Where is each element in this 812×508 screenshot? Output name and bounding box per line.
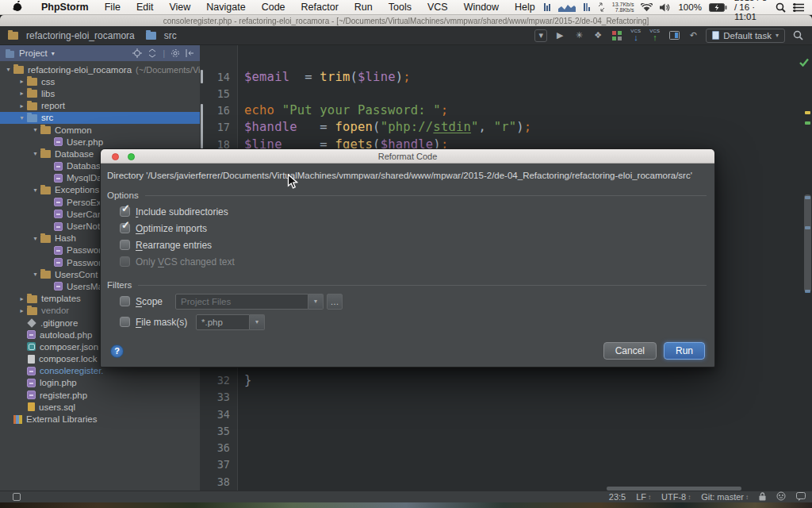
menu-code[interactable]: Code	[254, 2, 293, 13]
collapsed-arrow-icon[interactable]: ▸	[17, 102, 27, 110]
wifi-icon[interactable]	[641, 3, 653, 12]
hector-inspection-icon[interactable]	[776, 491, 786, 502]
code-line-37[interactable]: 37	[200, 456, 812, 473]
collapse-all-icon[interactable]	[147, 48, 157, 58]
cpu-history-icon[interactable]	[558, 2, 576, 12]
code-line-14[interactable]: 14$email = trim($line);	[200, 68, 812, 85]
tree-item-report[interactable]: ▸report	[0, 100, 200, 112]
menu-refactor[interactable]: Refactor	[293, 2, 347, 13]
dialog-title-bar[interactable]: Reformat Code	[101, 149, 714, 164]
tree-item-libs[interactable]: ▸libs	[0, 87, 200, 99]
volume-icon[interactable]	[660, 3, 671, 12]
checkbox-rearrange-entries[interactable]	[120, 240, 130, 250]
checkbox-include-subdirectories[interactable]	[120, 206, 130, 217]
code-line-35[interactable]: 35	[200, 422, 812, 439]
scope-combo-arrow[interactable]: ▾	[308, 294, 324, 310]
line-separator-widget[interactable]: LF↕	[636, 492, 651, 502]
search-everywhere-icon[interactable]	[791, 29, 804, 42]
readonly-lock-icon[interactable]	[759, 492, 766, 502]
encoding-widget[interactable]: UTF-8↕	[661, 492, 691, 502]
checkbox-optimize-imports[interactable]	[120, 223, 130, 233]
menu-edit[interactable]: Edit	[128, 2, 162, 13]
default-task-combo[interactable]: Default task ▾	[706, 29, 785, 43]
file-mask-combo-arrow[interactable]: ▾	[250, 314, 265, 330]
code-line-17[interactable]: 17$handle = fopen("php://stdin", "r");	[200, 119, 812, 136]
breadcrumb-refactoring-eloi-rocamora[interactable]: refactoring-eloi_rocamora	[8, 30, 135, 41]
memory-meter-icon[interactable]	[583, 2, 591, 12]
notification-center-icon[interactable]	[793, 3, 804, 12]
menubar-clock[interactable]: 2015 / 8 / 16 · 11:01	[734, 0, 768, 21]
profiler-icon[interactable]: ❖	[592, 29, 604, 42]
run-button[interactable]: ▶	[553, 29, 566, 42]
run-config-dropdown[interactable]: ▾	[534, 29, 547, 42]
show-changes-icon[interactable]	[668, 29, 680, 42]
event-log-bubble-icon[interactable]	[796, 492, 806, 502]
menu-view[interactable]: View	[161, 2, 198, 13]
code-line-34[interactable]: 34	[200, 406, 812, 422]
cancel-button[interactable]: Cancel	[603, 342, 657, 360]
spotlight-icon[interactable]	[776, 2, 786, 13]
expanded-arrow-icon[interactable]: ▾	[30, 150, 40, 157]
tree-item-common[interactable]: ▾Common	[0, 124, 200, 136]
code-line-33[interactable]: 33	[200, 389, 812, 406]
vcs-commit-icon[interactable]: VCS↑	[649, 29, 661, 42]
collapsed-arrow-icon[interactable]: ▸	[17, 295, 27, 302]
inspection-ok-icon[interactable]	[799, 55, 809, 70]
file-mask-checkbox[interactable]	[120, 317, 130, 327]
input-source-icon[interactable]	[543, 2, 551, 12]
menu-phpstorm[interactable]: PhpStorm	[33, 2, 97, 13]
tree-item-css[interactable]: ▸css	[0, 75, 200, 87]
git-branch-widget[interactable]: Git: master↕	[701, 492, 749, 502]
battery-icon[interactable]	[709, 3, 727, 12]
tree-item-external-libraries[interactable]: External Libraries	[0, 413, 200, 425]
expanded-arrow-icon[interactable]: ▾	[3, 66, 13, 73]
file-mask-combobox[interactable]: *.php	[196, 314, 250, 330]
code-line-16[interactable]: 16echo "Put your Password: ";	[200, 102, 812, 119]
collapsed-arrow-icon[interactable]: ▸	[17, 90, 27, 97]
code-line-36[interactable]: 36	[200, 440, 812, 456]
menu-navigate[interactable]: Navigate	[198, 2, 253, 13]
menu-file[interactable]: File	[97, 2, 128, 13]
toolwindow-switcher-icon[interactable]	[13, 493, 21, 501]
scope-browse-button[interactable]: …	[327, 294, 343, 310]
menu-window[interactable]: Window	[456, 2, 507, 13]
gear-icon[interactable]	[170, 48, 180, 58]
scope-checkbox[interactable]	[120, 296, 130, 306]
tree-item-users-sql[interactable]: users.sql	[0, 401, 200, 413]
vcs-update-icon[interactable]: VCS↓	[630, 29, 642, 42]
code-line-32[interactable]: 32}	[200, 372, 812, 389]
project-panel-header[interactable]: Project ▾ |	[0, 45, 200, 61]
help-button[interactable]: ?	[110, 344, 124, 358]
collapsed-arrow-icon[interactable]: ▸	[17, 307, 27, 314]
menu-help[interactable]: Help	[507, 2, 543, 13]
menu-run[interactable]: Run	[347, 2, 381, 13]
tree-item-src[interactable]: ▾src	[0, 112, 200, 124]
tree-item-refactoring-eloi-rocamora[interactable]: ▾refactoring-eloi_rocamora(~/Documents/V…	[0, 64, 200, 75]
expanded-arrow-icon[interactable]: ▾	[30, 271, 40, 278]
checkbox-only-vcs-changed-text[interactable]	[120, 256, 130, 267]
zoom-window-button[interactable]	[128, 153, 135, 160]
breadcrumb-src[interactable]: src	[146, 30, 177, 41]
network-speed[interactable]: 13.7Kb/s 7.8Kb/s	[612, 2, 634, 13]
vertical-scrollbar[interactable]	[804, 194, 811, 292]
caret-position[interactable]: 23:5	[609, 492, 626, 502]
coverage-icon[interactable]: ✳	[573, 29, 585, 42]
activity-arrows-icon[interactable]	[598, 2, 605, 12]
menu-vcs[interactable]: VCS	[419, 2, 456, 13]
code-line-15[interactable]: 15	[200, 85, 812, 102]
expanded-arrow-icon[interactable]: ▾	[30, 126, 40, 133]
run-anything-icon[interactable]	[611, 29, 623, 42]
apple-menu-icon[interactable]	[13, 1, 22, 14]
hide-panel-icon[interactable]	[186, 48, 195, 58]
menu-tools[interactable]: Tools	[381, 2, 419, 13]
close-window-button[interactable]	[112, 153, 119, 160]
expanded-arrow-icon[interactable]: ▾	[17, 114, 27, 121]
tree-item-user-php[interactable]: User.php	[0, 136, 200, 148]
run-button-dialog[interactable]: Run	[664, 342, 705, 360]
project-view-dropdown[interactable]: ▾	[52, 50, 55, 57]
rollback-icon[interactable]: ↶	[687, 29, 699, 42]
expanded-arrow-icon[interactable]: ▾	[30, 235, 40, 242]
collapsed-arrow-icon[interactable]: ▸	[17, 78, 27, 85]
scope-combobox[interactable]: Project Files	[175, 294, 308, 310]
tree-item-register-php[interactable]: register.php	[0, 389, 200, 401]
